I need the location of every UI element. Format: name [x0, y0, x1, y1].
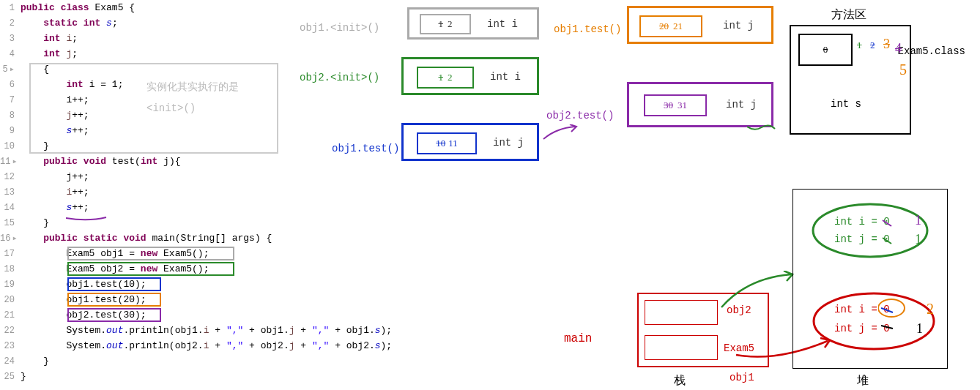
heap-obj2-j: int j = 0	[834, 233, 890, 245]
obj2-test30-new: 31	[678, 100, 687, 111]
main-label: main	[564, 332, 592, 345]
heap-title: 堆	[857, 373, 869, 389]
obj1-init-new: 2	[448, 18, 453, 30]
obj1-test10-frame: 10 11 int j	[401, 123, 539, 161]
obj2-test30-frame: 30 31 int j	[627, 82, 773, 127]
heap-obj1-j: int j = 0	[834, 323, 890, 334]
obj2-init-call: obj2.<init>()	[300, 72, 379, 83]
stack-obj2: obj2	[727, 304, 751, 316]
int-s: int s	[831, 98, 861, 110]
obj1-test20-call: obj1.test()	[554, 23, 621, 35]
comment-line2: <init>()	[146, 102, 196, 114]
hl-line18	[67, 262, 234, 276]
obj2-init-new: 2	[448, 72, 453, 83]
obj1-test10-old: 10	[436, 138, 445, 149]
obj1-init-frame: 1 2 int i	[407, 7, 539, 40]
heap-obj2-i: int i = 0	[834, 216, 890, 228]
class-label: Exam5.class	[898, 45, 965, 57]
obj2-init-var: int i	[490, 71, 521, 83]
heap-box: int i = 0 int j = 0 1 1 int i = 0 int j …	[792, 189, 948, 369]
obj1-test20-old: 20	[659, 20, 669, 32]
obj1-test10-new: 11	[448, 138, 458, 149]
s2: 2	[870, 40, 875, 51]
stack-box: obj2 Exam5	[637, 293, 769, 367]
heap-obj2-j-new: 1	[915, 232, 921, 247]
hl-line20	[67, 293, 161, 307]
stack-exam5: Exam5	[724, 342, 754, 354]
obj1-init-var: int i	[487, 18, 518, 30]
obj2-test30-var: int j	[726, 99, 757, 110]
obj1-init-old: 1	[439, 18, 444, 30]
heap-obj1-i-new: 2	[927, 301, 934, 318]
obj2-test30-call: obj2.test()	[546, 110, 614, 121]
obj1-init-call: obj1.<init>()	[300, 22, 379, 34]
obj2-init-old: 1	[439, 72, 444, 83]
obj2-test30-old: 30	[664, 100, 673, 111]
obj1-test20-new: 21	[673, 20, 683, 32]
hl-line17	[67, 247, 234, 260]
obj1-test20-var: int j	[723, 20, 754, 31]
s0: 0	[823, 44, 828, 56]
obj1-test10-call: obj1.test()	[332, 143, 399, 154]
heap-obj1-j-new: 1	[916, 321, 923, 337]
heap-obj1-i: int i = 0	[834, 304, 890, 315]
hl-line19	[67, 277, 161, 291]
s4: 4	[895, 41, 902, 56]
obj1-test10-var: int j	[493, 137, 524, 149]
heap-obj2-i-new: 1	[915, 213, 921, 228]
s5: 5	[899, 61, 907, 78]
stack-obj1: obj1	[730, 372, 754, 383]
s3: 3	[883, 37, 890, 52]
code-listing: 1public class Exam5 { 2 static int s; 3 …	[0, 0, 469, 384]
hl-line21	[67, 308, 161, 322]
obj1-test20-frame: 20 21 int j	[627, 6, 773, 44]
obj2-init-frame: 1 2 int i	[401, 57, 539, 95]
method-area-title: 方法区	[831, 7, 866, 23]
comment-line1: 实例化其实执行的是	[146, 80, 239, 94]
method-area: Exam5.class 0 1 2 3 4 5 int s	[790, 25, 911, 135]
svg-point-0	[813, 204, 927, 257]
stack-title: 栈	[674, 373, 686, 389]
s1: 1	[857, 40, 862, 51]
